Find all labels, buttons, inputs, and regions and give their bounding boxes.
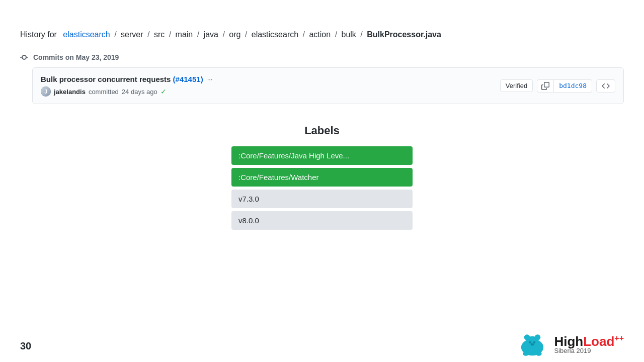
commit-ellipsis[interactable]: ··· xyxy=(207,75,213,83)
svg-point-9 xyxy=(531,343,534,346)
commit-action: committed xyxy=(89,88,119,96)
check-icon: ✓ xyxy=(160,87,167,96)
copy-hash-group: bd1dc98 xyxy=(537,79,592,93)
svg-point-6 xyxy=(535,334,541,340)
commit-title-row: Bulk processor concurrent requests (#414… xyxy=(41,75,212,83)
svg-point-10 xyxy=(523,352,529,356)
breadcrumb-src: src xyxy=(154,30,165,39)
commits-section: Commits on May 23, 2019 Bulk processor c… xyxy=(20,53,624,104)
code-icon xyxy=(602,82,610,90)
commit-right: Verified bd1dc98 xyxy=(500,79,615,93)
commit-title: Bulk processor concurrent requests (#414… xyxy=(41,75,203,83)
commit-meta: J jakelandis committed 24 days ago ✓ xyxy=(41,86,212,97)
commit-time: 24 days ago xyxy=(122,88,157,96)
breadcrumb-main: main xyxy=(176,30,193,39)
highload-brand: High xyxy=(554,333,583,348)
breadcrumb-org: org xyxy=(229,30,240,39)
svg-point-8 xyxy=(533,341,536,344)
breadcrumb-bulk: bulk xyxy=(342,30,356,39)
commit-pr-link[interactable]: (#41451) xyxy=(173,75,203,83)
breadcrumb-filename: BulkProcessor.java xyxy=(367,30,441,39)
label-item[interactable]: v7.3.0 xyxy=(231,190,413,208)
commit-card: Bulk processor concurrent requests (#414… xyxy=(32,67,624,104)
breadcrumb-link-elasticsearch[interactable]: elasticsearch xyxy=(63,30,110,39)
labels-section: Labels :Core/Features/Java High Leve... … xyxy=(20,124,624,230)
label-item[interactable]: v8.0.0 xyxy=(231,211,413,230)
commit-author[interactable]: jakelandis xyxy=(54,88,86,96)
highload-logo: HighLoad++ Siberia 2019 xyxy=(515,332,624,357)
highload-sup: ++ xyxy=(614,334,624,342)
label-item[interactable]: :Core/Features/Java High Leve... xyxy=(231,146,413,165)
label-item[interactable]: :Core/Features/Watcher xyxy=(231,168,413,187)
commits-date-row: Commits on May 23, 2019 xyxy=(20,53,624,61)
avatar: J xyxy=(41,86,51,97)
breadcrumb-prefix: History for xyxy=(20,30,57,39)
highload-text: HighLoad++ Siberia 2019 xyxy=(554,334,624,355)
breadcrumb-action: action xyxy=(309,30,331,39)
hash-button[interactable]: bd1dc98 xyxy=(554,79,592,93)
labels-list: :Core/Features/Java High Leve... :Core/F… xyxy=(231,146,413,230)
highload-brand-red: Load xyxy=(583,333,614,348)
svg-point-5 xyxy=(524,334,530,340)
commit-left: Bulk processor concurrent requests (#414… xyxy=(41,75,212,97)
copy-icon xyxy=(541,82,549,90)
highload-sub: Siberia 2019 xyxy=(554,347,624,354)
browse-code-button[interactable] xyxy=(596,79,615,93)
commit-icon xyxy=(20,53,28,61)
bear-icon xyxy=(515,332,550,357)
breadcrumb-server: server xyxy=(121,30,143,39)
breadcrumb: History for elasticsearch / server / src… xyxy=(20,30,624,39)
svg-point-7 xyxy=(529,341,532,344)
breadcrumb-elasticsearch2: elasticsearch xyxy=(252,30,298,39)
verified-button[interactable]: Verified xyxy=(500,79,533,92)
commits-date-label: Commits on May 23, 2019 xyxy=(33,53,119,61)
page-number: 30 xyxy=(20,340,31,352)
svg-point-11 xyxy=(536,352,542,356)
labels-title: Labels xyxy=(304,124,340,137)
copy-button[interactable] xyxy=(537,79,554,93)
svg-point-0 xyxy=(22,55,26,59)
breadcrumb-java: java xyxy=(204,30,218,39)
